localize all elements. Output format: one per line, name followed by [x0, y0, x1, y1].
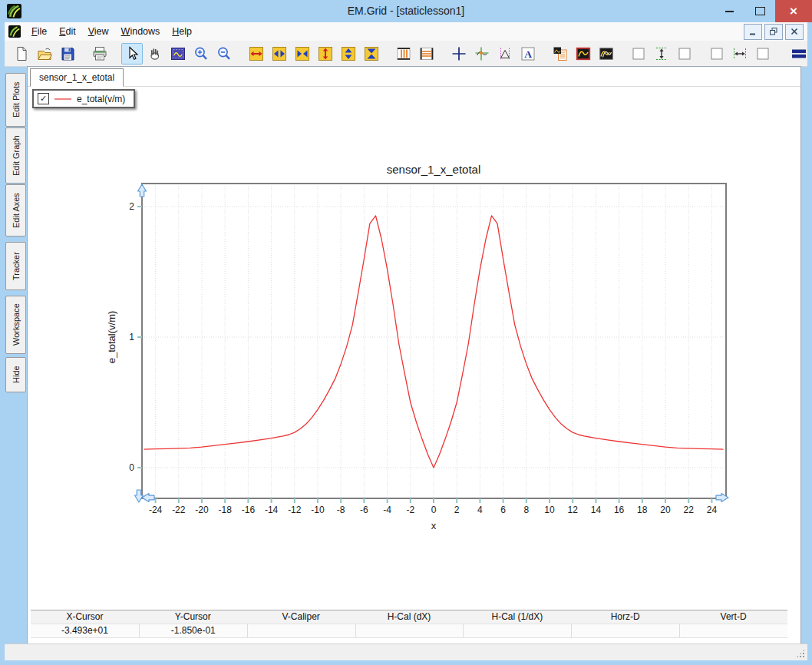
tool-compress-x-icon[interactable]: [292, 43, 313, 65]
sidebar: Edit PlotsEdit GraphEdit AxesTrackerWork…: [5, 66, 27, 644]
toolbar: ALayout▾: [5, 41, 807, 67]
menu-bar: FileEditViewWindowsHelp: [5, 22, 807, 41]
tool-tracker-icon[interactable]: [471, 43, 493, 65]
readout-value-cell: [463, 624, 571, 637]
tool-layout-menu-icon[interactable]: Layout▾: [784, 43, 812, 65]
tool-caliper-icon[interactable]: [494, 43, 516, 65]
tool-zoom-out-icon[interactable]: [213, 43, 235, 65]
tool-fit-x-icon[interactable]: [269, 43, 290, 65]
sidebar-tab-edit-graph[interactable]: Edit Graph: [5, 127, 26, 184]
document-area: sensor_1_x_etotal sensor_1_x_etotal-24-2…: [27, 66, 801, 644]
tool-single-trace-icon[interactable]: [573, 43, 594, 65]
svg-text:6: 6: [500, 505, 506, 515]
sidebar-tab-hide[interactable]: Hide: [5, 357, 26, 392]
minimize-icon[interactable]: [714, 0, 744, 22]
document-tab[interactable]: sensor_1_x_etotal: [30, 68, 124, 87]
sidebar-tab-edit-axes[interactable]: Edit Axes: [5, 184, 26, 237]
tool-crosshair-icon[interactable]: [448, 43, 470, 65]
svg-text:1: 1: [129, 332, 134, 342]
tool-vertical-gridlines-icon[interactable]: [393, 43, 414, 65]
sidebar-tab-workspace[interactable]: Workspace: [5, 296, 26, 354]
tool-expand-x-icon[interactable]: [246, 43, 267, 65]
svg-text:14: 14: [591, 505, 602, 515]
svg-text:2: 2: [129, 201, 134, 212]
chart-canvas[interactable]: sensor_1_x_etotal-24-22-20-18-16-14-12-1…: [28, 67, 801, 644]
tool-zoom-in-icon[interactable]: [190, 43, 212, 65]
x-min-arrow-icon: [142, 494, 154, 502]
child-minimize-icon[interactable]: [744, 24, 762, 40]
svg-text:-8: -8: [337, 505, 345, 515]
child-restore-icon[interactable]: [764, 24, 783, 40]
svg-text:-4: -4: [383, 505, 391, 515]
child-close-icon[interactable]: [785, 24, 804, 40]
status-bar: [5, 643, 807, 660]
tool-open-file-icon[interactable]: [34, 43, 55, 65]
legend-checkbox[interactable]: ✓: [38, 93, 49, 104]
svg-text:0: 0: [129, 462, 134, 473]
legend-label: e_total(v/m): [77, 94, 125, 104]
menu-view[interactable]: View: [82, 24, 115, 39]
y-tick-labels: 012: [129, 201, 134, 473]
resize-grip[interactable]: [796, 649, 805, 658]
readout-header-cell: Y-Cursor: [139, 610, 247, 624]
gridlines: [142, 184, 726, 498]
legend[interactable]: ✓ e_total(v/m): [32, 89, 135, 108]
title-bar[interactable]: EM.Grid - [staticlesson1] ×: [0, 0, 812, 22]
readout-value-row: -3.493e+01-1.850e-01: [31, 624, 787, 638]
x-tick-labels: -24-22-20-18-16-14-12-10-8-6-4-202468101…: [149, 505, 717, 515]
tool-fit-width-icon[interactable]: [729, 43, 751, 65]
svg-text:18: 18: [637, 505, 648, 515]
cursor-readout-table: X-CursorY-CursorV-CaliperH-Cal (dX)H-Cal…: [31, 610, 787, 638]
y-max-arrow-icon: [138, 184, 147, 197]
svg-text:-16: -16: [242, 505, 256, 515]
app-window: EM.Grid - [staticlesson1] × FileEditView…: [0, 0, 812, 665]
svg-text:-18: -18: [219, 505, 233, 515]
tool-print-icon[interactable]: [89, 43, 111, 65]
tool-pan-hand-icon[interactable]: [144, 43, 166, 65]
svg-text:24: 24: [707, 505, 718, 515]
tool-fit-box-b-icon[interactable]: [674, 43, 695, 65]
tool-expand-y-icon[interactable]: [315, 43, 336, 65]
tool-save-icon[interactable]: [57, 43, 78, 65]
readout-value-cell: -3.493e+01: [31, 624, 139, 637]
sidebar-tab-tracker[interactable]: Tracker: [5, 242, 26, 290]
readout-value-cell: [355, 624, 464, 637]
tool-zoom-region-icon[interactable]: [167, 43, 189, 65]
chart-title: sensor_1_x_etotal: [387, 163, 481, 176]
svg-text:4: 4: [477, 505, 483, 515]
tool-fit-y-icon[interactable]: [338, 43, 359, 65]
menu-edit[interactable]: Edit: [53, 24, 82, 39]
y-axis-label: e_total(v/m): [106, 311, 117, 364]
svg-text:-12: -12: [288, 505, 302, 515]
window-title: EM.Grid - [staticlesson1]: [0, 0, 812, 22]
svg-text:-6: -6: [360, 505, 368, 515]
tool-text-annotation-icon[interactable]: A: [517, 43, 539, 65]
menu-app-icon: [8, 25, 21, 38]
tool-fit-box-c-icon[interactable]: [706, 43, 728, 65]
tool-select-cursor-icon[interactable]: [121, 43, 143, 65]
close-icon[interactable]: ×: [775, 0, 812, 22]
tool-compress-y-icon[interactable]: [361, 43, 382, 65]
axis-handle-arrows[interactable]: [135, 184, 729, 502]
menu-file[interactable]: File: [25, 24, 53, 39]
sidebar-tab-edit-plots[interactable]: Edit Plots: [5, 73, 26, 127]
tool-fit-box-a-icon[interactable]: [628, 43, 649, 65]
tool-new-document-icon[interactable]: [11, 43, 32, 65]
readout-header-cell: V-Caliper: [247, 610, 355, 624]
svg-text:20: 20: [660, 505, 671, 515]
readout-header-cell: X-Cursor: [31, 610, 139, 624]
readout-header-cell: Horz-D: [571, 610, 679, 624]
tool-fit-box-d-icon[interactable]: [752, 43, 774, 65]
tool-fit-height-icon[interactable]: [651, 43, 672, 65]
svg-text:-24: -24: [149, 505, 163, 515]
mdi-window-controls: [744, 24, 807, 40]
menu-windows[interactable]: Windows: [115, 24, 167, 39]
readout-header-row: X-CursorY-CursorV-CaliperH-Cal (dX)H-Cal…: [31, 610, 787, 624]
menu-help[interactable]: Help: [166, 24, 198, 39]
tool-horizontal-gridlines-icon[interactable]: [416, 43, 437, 65]
maximize-icon[interactable]: [744, 0, 775, 22]
tool-plot-report-icon[interactable]: [550, 43, 571, 65]
tool-multi-trace-icon[interactable]: [596, 43, 617, 65]
readout-header-cell: Vert-D: [679, 610, 787, 624]
readout-header-cell: H-Cal (1/dX): [463, 610, 571, 624]
